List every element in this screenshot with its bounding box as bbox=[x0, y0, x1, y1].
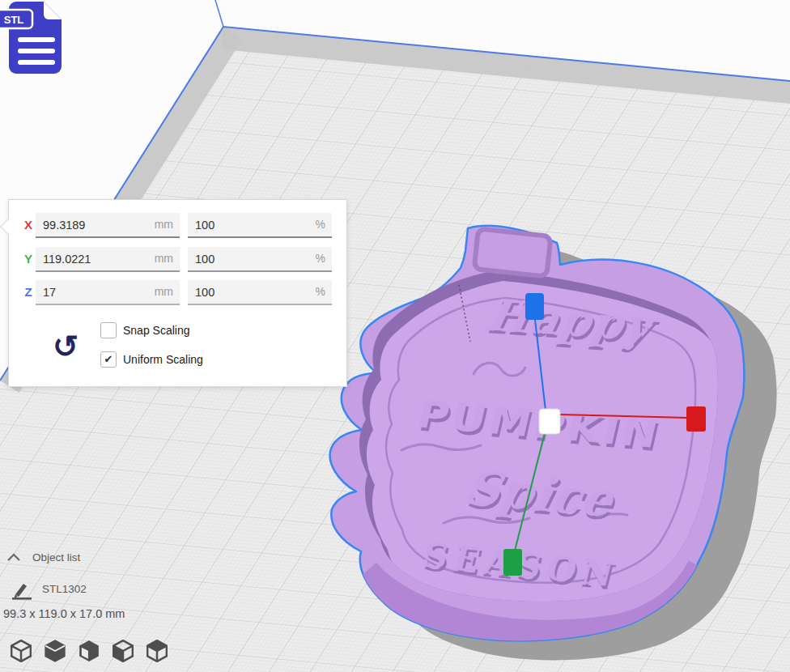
axis-x-label: X bbox=[20, 218, 36, 232]
object-list-header[interactable]: Object list bbox=[6, 551, 21, 567]
scale-row-z: Z mm % bbox=[9, 280, 346, 305]
scale-row-y: Y mm % bbox=[9, 247, 346, 272]
reset-scale-button[interactable]: ↺ bbox=[48, 328, 83, 365]
scale-handle-center[interactable] bbox=[539, 409, 560, 434]
unit-label-mm: mm bbox=[155, 252, 173, 265]
edit-pencil-icon bbox=[10, 578, 34, 601]
view-right-icon[interactable] bbox=[147, 640, 168, 662]
scale-tool-panel: X mm % Y mm % Z mm bbox=[8, 199, 347, 387]
uniform-scaling-checkbox[interactable]: ✔ bbox=[100, 351, 117, 368]
snap-scaling-checkbox[interactable] bbox=[100, 322, 117, 338]
view-front-icon[interactable] bbox=[45, 640, 66, 662]
document-fold-corner bbox=[44, 2, 62, 19]
axis-z-label: Z bbox=[20, 285, 36, 299]
unit-label-percent: % bbox=[316, 218, 325, 231]
stl-badge-label: STL bbox=[4, 14, 24, 26]
model-hanger-tab bbox=[474, 228, 551, 276]
scale-handle-y[interactable] bbox=[503, 549, 522, 576]
scale-y-percent-input[interactable] bbox=[188, 247, 332, 270]
stl-file-thumbnail: STL bbox=[0, 0, 78, 78]
scale-x-percent-input[interactable] bbox=[188, 213, 332, 236]
unit-label-percent: % bbox=[316, 285, 325, 298]
unit-label-mm: mm bbox=[155, 218, 173, 231]
unit-label-mm: mm bbox=[155, 285, 173, 298]
selected-model-dimensions: 99.3 x 119.0 x 17.0 mm bbox=[3, 607, 125, 620]
camera-view-presets bbox=[11, 640, 168, 662]
snap-scaling-label: Snap Scaling bbox=[123, 324, 190, 337]
view-left-icon[interactable] bbox=[113, 640, 134, 662]
scale-handle-x[interactable] bbox=[686, 406, 706, 432]
application-window: Happy Happy PUMPKIN PUMPKIN Spice Spice … bbox=[0, 0, 790, 672]
document-text-lines bbox=[18, 37, 55, 65]
object-list-item[interactable]: STL1302 bbox=[10, 578, 34, 601]
scale-z-percent-input[interactable] bbox=[188, 280, 332, 304]
view-3d-icon[interactable] bbox=[11, 640, 32, 662]
axis-y-label: Y bbox=[20, 252, 36, 266]
object-name: STL1302 bbox=[42, 583, 87, 595]
scale-row-x: X mm % bbox=[9, 213, 346, 238]
chevron-up-icon[interactable] bbox=[6, 553, 21, 562]
view-top-icon[interactable] bbox=[79, 640, 100, 662]
object-list-title: Object list bbox=[32, 551, 80, 564]
unit-label-percent: % bbox=[316, 252, 325, 265]
scale-handle-z[interactable] bbox=[525, 293, 544, 320]
uniform-scaling-label: Uniform Scaling bbox=[123, 353, 203, 366]
